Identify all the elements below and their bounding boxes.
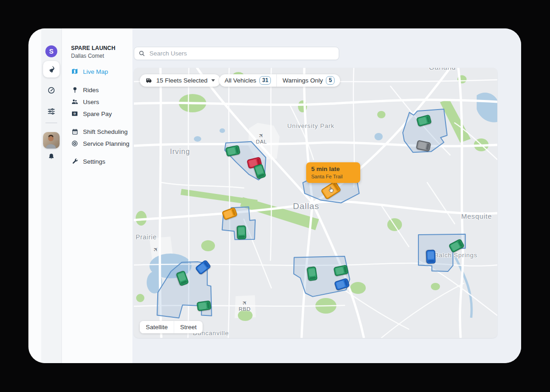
vehicle-marker-green[interactable] [236,226,246,240]
vehicle-marker-gray[interactable] [416,140,431,152]
vehicle-marker-green[interactable] [333,265,349,276]
search-bar [134,47,339,60]
calendar-icon [71,128,78,135]
rocket-icon [47,65,56,74]
vehicle-marker-green[interactable] [176,270,189,286]
vehicle-marker-blue[interactable] [334,278,350,291]
money-icon: $ [71,110,78,117]
vehicle-tooltip: 5 min late Santa Fe Trail [306,162,360,183]
vehicles-layer [134,68,497,338]
nav-item-users[interactable]: Users [71,96,140,108]
nav-item-label: Live Map [83,68,108,75]
nav-item-label: Rides [83,87,99,94]
org-unit: Dallas Comet [71,53,135,59]
vehicle-marker-blue[interactable] [426,250,435,264]
user-avatar[interactable] [43,132,60,149]
users-icon [71,98,78,105]
vehicle-marker-green[interactable] [307,266,318,281]
map-canvas[interactable]: GarlandUniversity ParkIrvingDallasMesqui… [134,68,497,338]
nav-item-settings[interactable]: Settings [71,155,140,167]
nav-item-label: Shift Scheduling [83,128,128,135]
warnings-count-badge: 5 [326,76,335,85]
search-input[interactable] [148,50,335,57]
basemap-satellite-button[interactable]: Satellite [140,321,174,333]
fleet-selector-label: 15 Fleets Selected [156,77,208,84]
vehicle-marker-green[interactable] [226,145,241,157]
fleet-van-icon [145,77,153,84]
filter-label: All Vehicles [225,77,256,84]
app-window: S SPARE LAUNCH [28,28,521,363]
filter-all-vehicles[interactable]: All Vehicles 31 [219,74,276,87]
target-icon [71,140,78,147]
tooltip-route: Santa Fe Trail [311,174,355,179]
vehicle-marker-green[interactable] [253,163,266,179]
map-icon [71,68,78,75]
basemap-street-button[interactable]: Street [174,321,203,333]
filter-label: Warnings Only [282,77,323,84]
launch-rocket-button[interactable] [43,61,60,77]
vehicle-marker-green[interactable] [448,238,465,253]
rail-divider [45,122,57,123]
nav-item-label: Service Planning [83,140,129,147]
notifications-bell-icon[interactable] [47,153,55,161]
nav-item-label: Settings [83,158,105,165]
vehicle-filter-group: All Vehicles 31 Warnings Only 5 [219,74,340,87]
nav-item-spare-pay[interactable]: $ Spare Pay [71,108,140,120]
nav-item-label: Spare Pay [83,110,112,117]
svg-text:$: $ [74,113,76,115]
fleet-selector-dropdown[interactable]: 15 Fleets Selected [140,74,220,87]
vehicle-marker-orange[interactable] [222,207,238,221]
org-header: SPARE LAUNCH Dallas Comet [71,45,135,59]
sliders-icon[interactable] [47,107,55,116]
nav-item-label: Users [83,99,99,105]
filter-warnings-only[interactable]: Warnings Only 5 [276,74,340,87]
main-area: GarlandUniversity ParkIrvingDallasMesqui… [132,28,521,363]
icon-rail: S [41,28,62,363]
nav-item-shift-scheduling[interactable]: Shift Scheduling [71,126,140,138]
nav-item-service-planning[interactable]: Service Planning [71,138,140,149]
org-name: SPARE LAUNCH [71,45,135,51]
hand-cursor-icon [327,186,335,196]
nav-item-rides[interactable]: Rides [71,84,140,96]
nav-menu: Live Map Rides Users $ Spare Pay Shift S… [71,66,140,167]
tooltip-status: 5 min late [311,166,355,172]
chevron-down-icon [211,79,215,82]
vehicle-marker-orange-selected[interactable] [320,181,341,200]
dashboard-gauge-icon[interactable] [47,86,55,94]
spare-logo[interactable]: S [45,45,57,57]
vehicle-marker-green[interactable] [416,114,432,127]
nav-item-live-map[interactable]: Live Map [71,66,140,77]
basemap-toggle: Satellite Street [140,321,203,333]
all-vehicles-count-badge: 31 [259,76,271,85]
search-icon [138,50,145,57]
vehicle-marker-blue[interactable] [195,259,211,275]
pin-icon [71,86,78,94]
vehicle-marker-green[interactable] [197,300,211,311]
wrench-icon [71,158,78,165]
